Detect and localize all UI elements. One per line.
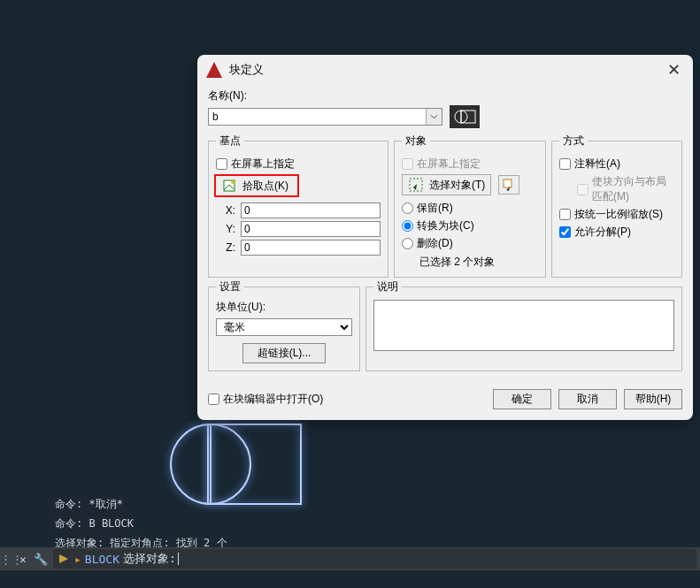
command-keyword: BLOCK (85, 553, 119, 566)
objects-onscreen-label: 在屏幕上指定 (417, 157, 481, 172)
z-label: Z: (216, 241, 235, 254)
close-button[interactable]: ✕ (665, 60, 682, 80)
objects-legend: 对象 (402, 134, 430, 149)
grip-icon[interactable]: ⋮⋮ (0, 553, 14, 566)
block-unit-select[interactable]: 毫米 (216, 318, 352, 336)
svg-rect-4 (461, 111, 475, 123)
convert-label: 转换为块(C) (417, 218, 474, 233)
allow-explode-checkbox[interactable]: 允许分解(P) (559, 225, 674, 240)
svg-marker-3 (59, 554, 68, 563)
hyperlink-button[interactable]: 超链接(L)... (242, 343, 327, 363)
base-point-group: 基点 在屏幕上指定 拾取点(K) X: Y: Z: (208, 134, 388, 278)
command-history-line: 命令: B BLOCK (51, 515, 137, 533)
svg-point-8 (231, 180, 235, 184)
orient-label: 使块方向与布局匹配(M) (592, 174, 674, 204)
open-in-editor-checkbox[interactable]: 在块编辑器中打开(O) (208, 392, 323, 407)
annotative-label: 注释性(A) (574, 157, 620, 172)
delete-label: 删除(D) (417, 236, 453, 251)
select-objects-button[interactable]: 选择对象(T) (402, 174, 491, 195)
open-in-editor-label: 在块编辑器中打开(O) (223, 392, 323, 407)
scale-uniform-label: 按统一比例缩放(S) (574, 207, 663, 222)
name-combobox[interactable] (208, 108, 442, 126)
x-label: X: (216, 204, 235, 217)
block-unit-label: 块单位(U): (216, 301, 265, 313)
delete-radio[interactable]: 删除(D) (402, 236, 538, 251)
description-legend: 说明 (373, 279, 402, 294)
objects-onscreen-checkbox: 在屏幕上指定 (402, 157, 538, 172)
description-textarea[interactable] (373, 300, 674, 351)
pick-point-label: 拾取点(K) (242, 179, 288, 194)
name-input[interactable] (209, 109, 426, 125)
command-bar[interactable]: ⋮⋮ ✕ 🔧 ▸ BLOCK 选择对象: (0, 547, 700, 570)
help-button[interactable]: 帮助(H) (624, 389, 682, 409)
objects-group: 对象 在屏幕上指定 选择对象(T) 保留(R) (394, 134, 546, 278)
prompt-arrow-icon (57, 552, 71, 566)
svg-rect-10 (504, 179, 512, 187)
select-objects-label: 选择对象(T) (429, 178, 485, 193)
text-cursor (178, 553, 179, 565)
svg-rect-0 (208, 424, 301, 504)
prompt-sub-icon: ▸ (74, 553, 81, 566)
z-input[interactable] (241, 240, 381, 256)
base-point-legend: 基点 (216, 134, 244, 149)
quick-select-button[interactable] (498, 175, 519, 195)
close-icon[interactable]: ✕ (14, 553, 32, 566)
command-input[interactable]: ▸ BLOCK 选择对象: (53, 549, 696, 569)
name-label: 名称(N): (208, 88, 682, 103)
selected-count: 已选择 2 个对象 (419, 255, 538, 270)
mode-legend: 方式 (559, 134, 588, 149)
settings-legend: 设置 (216, 279, 244, 294)
x-input[interactable] (241, 202, 381, 218)
command-history: 命令: *取消* 命令: B BLOCK 选择对象: 指定对角点: 找到 2 个 (51, 495, 231, 554)
y-input[interactable] (241, 221, 381, 237)
basepoint-onscreen-checkbox[interactable]: 在屏幕上指定 (216, 157, 381, 172)
orient-checkbox: 使块方向与布局匹配(M) (577, 174, 674, 204)
dialog-title: 块定义 (229, 62, 665, 78)
convert-radio[interactable]: 转换为块(C) (402, 218, 538, 233)
annotative-checkbox[interactable]: 注释性(A) (559, 157, 674, 172)
autocad-app-icon (206, 62, 222, 78)
cancel-button[interactable]: 取消 (558, 389, 617, 409)
command-prompt-text: 选择对象: (123, 551, 176, 567)
block-definition-dialog: 块定义 ✕ 名称(N): (197, 55, 693, 420)
allow-explode-label: 允许分解(P) (574, 225, 631, 240)
retain-radio[interactable]: 保留(R) (402, 201, 538, 216)
mode-group: 方式 注释性(A) 使块方向与布局匹配(M) 按统一比例缩放(S) 允许分解(P… (551, 134, 682, 278)
titlebar[interactable]: 块定义 ✕ (197, 55, 693, 85)
command-history-line: 命令: *取消* (51, 495, 127, 514)
block-thumbnail (450, 105, 480, 128)
description-group: 说明 (365, 279, 682, 371)
retain-label: 保留(R) (417, 201, 453, 216)
settings-group: 设置 块单位(U): 毫米 超链接(L)... (208, 279, 360, 371)
chevron-down-icon[interactable] (426, 109, 442, 125)
wrench-icon[interactable]: 🔧 (32, 553, 50, 566)
basepoint-onscreen-label: 在屏幕上指定 (231, 157, 295, 172)
pick-point-button[interactable]: 拾取点(K) (214, 174, 299, 197)
scale-uniform-checkbox[interactable]: 按统一比例缩放(S) (559, 207, 674, 222)
y-label: Y: (216, 223, 235, 235)
ok-button[interactable]: 确定 (493, 389, 551, 409)
